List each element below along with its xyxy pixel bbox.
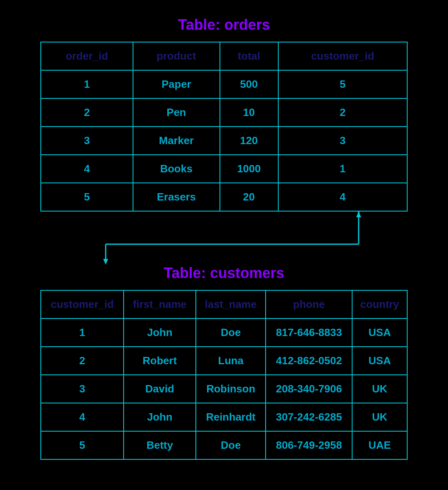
connector-svg [40, 212, 408, 265]
customers-col-last_name: last_name [196, 290, 266, 318]
orders-col-order_id: order_id [41, 42, 133, 70]
customers-cell-4-3: 307-242-6285 [266, 403, 352, 431]
orders-cell-4-3: 1 [278, 155, 407, 183]
orders-row-1: 1Paper5005 [41, 70, 407, 98]
orders-table-title: Table: orders [178, 16, 270, 33]
svg-marker-6 [103, 259, 108, 265]
customers-table-title: Table: customers [164, 265, 284, 282]
customers-cell-1-2: Doe [196, 318, 266, 347]
customers-col-phone: phone [266, 290, 352, 318]
customers-cell-3-1: David [124, 375, 196, 403]
customers-col-first_name: first_name [124, 290, 196, 318]
customers-cell-2-3: 412-862-0502 [266, 347, 352, 375]
customers-cell-3-2: Robinson [196, 375, 266, 403]
orders-cell-1-1: Paper [133, 70, 220, 98]
customers-row-1: 1JohnDoe817-646-8833USA [41, 318, 407, 347]
customers-row-5: 5BettyDoe806-749-2958UAE [41, 431, 407, 459]
orders-cell-5-0: 5 [41, 183, 133, 211]
orders-cell-1-0: 1 [41, 70, 133, 98]
customers-cell-2-0: 2 [41, 347, 124, 375]
customers-cell-5-1: Betty [124, 431, 196, 459]
customers-cell-1-3: 817-646-8833 [266, 318, 352, 347]
customers-cell-3-3: 208-340-7906 [266, 375, 352, 403]
orders-cell-4-1: Books [133, 155, 220, 183]
orders-row-4: 4Books10001 [41, 155, 407, 183]
customers-cell-2-4: USA [352, 347, 407, 375]
customers-cell-4-0: 4 [41, 403, 124, 431]
customers-row-3: 3DavidRobinson208-340-7906UK [41, 375, 407, 403]
customers-row-4: 4JohnReinhardt307-242-6285UK [41, 403, 407, 431]
customers-col-customer_id: customer_id [41, 290, 124, 318]
customers-header-row: customer_idfirst_namelast_namephonecount… [41, 290, 407, 318]
orders-cell-2-0: 2 [41, 98, 133, 127]
orders-cell-4-2: 1000 [220, 155, 278, 183]
orders-col-total: total [220, 42, 278, 70]
orders-cell-1-3: 5 [278, 70, 407, 98]
orders-cell-5-1: Erasers [133, 183, 220, 211]
customers-col-country: country [352, 290, 407, 318]
customers-cell-5-4: UAE [352, 431, 407, 459]
customers-cell-1-4: USA [352, 318, 407, 347]
orders-cell-3-3: 3 [278, 127, 407, 155]
customers-cell-4-2: Reinhardt [196, 403, 266, 431]
orders-cell-1-2: 500 [220, 70, 278, 98]
customers-cell-4-4: UK [352, 403, 407, 431]
customers-cell-3-0: 3 [41, 375, 124, 403]
orders-cell-5-2: 20 [220, 183, 278, 211]
orders-row-2: 2Pen102 [41, 98, 407, 127]
orders-table: order_idproducttotalcustomer_id 1Paper50… [40, 42, 408, 212]
orders-col-customer_id: customer_id [278, 42, 407, 70]
orders-cell-2-3: 2 [278, 98, 407, 127]
customers-cell-5-2: Doe [196, 431, 266, 459]
customers-cell-1-1: John [124, 318, 196, 347]
customers-cell-2-2: Luna [196, 347, 266, 375]
orders-cell-5-3: 4 [278, 183, 407, 211]
orders-cell-3-1: Marker [133, 127, 220, 155]
orders-row-5: 5Erasers204 [41, 183, 407, 211]
customers-cell-3-4: UK [352, 375, 407, 403]
customers-row-2: 2RobertLuna412-862-0502USA [41, 347, 407, 375]
orders-section: Table: orders order_idproducttotalcustom… [20, 16, 428, 212]
customers-cell-2-1: Robert [124, 347, 196, 375]
connector-area [40, 212, 408, 265]
customers-cell-1-0: 1 [41, 318, 124, 347]
orders-col-product: product [133, 42, 220, 70]
customers-section: Table: customers customer_idfirst_namela… [20, 265, 428, 460]
orders-cell-3-0: 3 [41, 127, 133, 155]
orders-cell-3-2: 120 [220, 127, 278, 155]
customers-table: customer_idfirst_namelast_namephonecount… [40, 290, 408, 460]
orders-cell-2-1: Pen [133, 98, 220, 127]
customers-cell-5-0: 5 [41, 431, 124, 459]
customers-cell-5-3: 806-749-2958 [266, 431, 352, 459]
orders-cell-4-0: 4 [41, 155, 133, 183]
page-container: Table: orders order_idproducttotalcustom… [20, 16, 428, 460]
orders-cell-2-2: 10 [220, 98, 278, 127]
customers-cell-4-1: John [124, 403, 196, 431]
orders-row-3: 3Marker1203 [41, 127, 407, 155]
orders-header-row: order_idproducttotalcustomer_id [41, 42, 407, 70]
